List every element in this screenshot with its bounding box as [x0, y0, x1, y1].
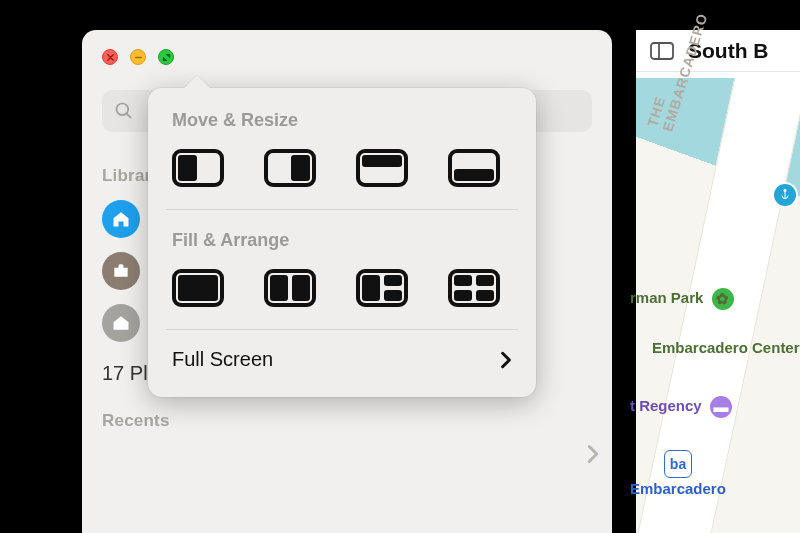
svg-point-3 [784, 189, 787, 192]
svg-rect-5 [178, 155, 197, 181]
place-transit[interactable]: Embarcadero [630, 480, 726, 497]
full-screen-label: Full Screen [172, 348, 273, 371]
ferry-pin[interactable] [774, 184, 796, 206]
disclosure-chevron[interactable] [586, 444, 600, 468]
tile-half-bottom[interactable] [448, 149, 500, 187]
fill-arrange-heading: Fill & Arrange [148, 230, 536, 251]
close-icon [106, 53, 115, 62]
svg-rect-7 [291, 155, 310, 181]
move-resize-grid [148, 149, 536, 209]
tile-three-up[interactable] [356, 269, 408, 307]
tile-half-top[interactable] [356, 149, 408, 187]
window-tiling-popover: Move & Resize Fill & Arrange [148, 88, 536, 397]
place-shop[interactable]: Embarcadero Center ◆ [652, 338, 800, 360]
bart-badge[interactable]: ba [664, 450, 692, 478]
svg-rect-11 [454, 169, 494, 181]
divider [166, 209, 518, 210]
tile-fill[interactable] [172, 269, 224, 307]
svg-rect-18 [362, 275, 380, 301]
tile-four-grid[interactable] [448, 269, 500, 307]
minimize-button[interactable] [130, 49, 146, 65]
tile-half-left[interactable] [172, 149, 224, 187]
chevron-right-icon [500, 351, 512, 369]
place-park[interactable]: rman Park ✿ [630, 288, 734, 310]
map-canvas[interactable]: THE EMBARCADERO rman Park ✿ Embarcadero … [636, 78, 800, 533]
svg-rect-9 [362, 155, 402, 167]
place-hotel[interactable]: t Regency ▬ [630, 396, 732, 418]
fill-arrange-grid [148, 269, 536, 329]
tile-half-right[interactable] [264, 149, 316, 187]
svg-rect-15 [270, 275, 288, 301]
chevron-right-icon [586, 444, 600, 464]
close-button[interactable] [102, 49, 118, 65]
move-resize-heading: Move & Resize [148, 110, 536, 131]
zoom-icon [162, 53, 171, 62]
minimize-icon [134, 53, 143, 62]
svg-rect-25 [476, 290, 494, 301]
bed-icon: ▬ [710, 396, 732, 418]
svg-rect-20 [384, 290, 402, 301]
map-pane[interactable]: South B 0.125 THE EMBARCADERO rman Park … [636, 30, 800, 533]
svg-rect-16 [292, 275, 310, 301]
anchor-icon [779, 188, 791, 200]
recents-heading: Recents [102, 411, 452, 431]
window-controls [102, 49, 174, 65]
house-icon [111, 313, 131, 333]
svg-rect-19 [384, 275, 402, 286]
svg-rect-23 [476, 275, 494, 286]
home-icon [111, 209, 131, 229]
tile-two-columns[interactable] [264, 269, 316, 307]
tree-icon: ✿ [712, 288, 734, 310]
full-screen-item[interactable]: Full Screen [148, 330, 536, 389]
search-icon [114, 101, 134, 121]
svg-rect-13 [178, 275, 218, 301]
briefcase-icon [111, 261, 131, 281]
svg-rect-22 [454, 275, 472, 286]
zoom-button[interactable] [158, 49, 174, 65]
svg-rect-24 [454, 290, 472, 301]
